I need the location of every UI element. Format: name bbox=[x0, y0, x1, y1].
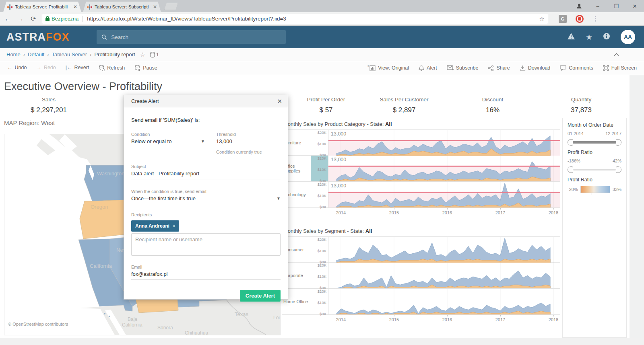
plot-area[interactable] bbox=[328, 263, 560, 288]
search-box[interactable] bbox=[97, 30, 286, 44]
chart-row-office-supplies[interactable]: Office Supplies$20K$10K$0K13,000 bbox=[282, 156, 560, 182]
y-axis[interactable]: $20K$10K$0K bbox=[311, 263, 328, 288]
new-tab-button[interactable] bbox=[164, 3, 178, 10]
view-original-button[interactable]: * View: Original bbox=[363, 65, 414, 71]
frequency-select[interactable]: Once—the first time it's true▼ bbox=[131, 194, 281, 204]
y-axis[interactable]: $20K$10K$0K bbox=[311, 130, 328, 155]
chart-row-furniture[interactable]: Furniture$20K$10K$0K13,000 bbox=[282, 129, 560, 156]
adblock-icon[interactable] bbox=[576, 15, 584, 23]
y-tick: $20K bbox=[318, 263, 326, 267]
info-icon[interactable] bbox=[603, 33, 610, 41]
browser-menu-icon[interactable]: ⋮ bbox=[592, 15, 599, 23]
profile-icon[interactable] bbox=[570, 0, 588, 12]
slider-handle-left[interactable] bbox=[568, 139, 573, 146]
date-range-slider[interactable] bbox=[568, 139, 621, 146]
chart-row-corporate[interactable]: Corporate$20K$10K$0K bbox=[282, 263, 560, 289]
extension-g-icon[interactable]: G bbox=[559, 15, 567, 23]
gradient-bar[interactable] bbox=[580, 186, 610, 193]
back-icon[interactable]: ← bbox=[2, 15, 13, 23]
condition-select[interactable]: Below or equal to▼ bbox=[131, 137, 205, 147]
url-text[interactable]: https://t.astrafox.pl/#/site/Webinar_ID/… bbox=[87, 16, 537, 22]
svg-text:*: * bbox=[367, 65, 369, 69]
favorite-star-icon[interactable]: ☆ bbox=[140, 51, 145, 58]
refresh-button[interactable]: Refresh bbox=[94, 65, 130, 71]
collapse-header-icon[interactable] bbox=[614, 51, 619, 58]
undo-button[interactable]: ←Undo bbox=[2, 65, 31, 70]
plot-area[interactable] bbox=[328, 289, 560, 314]
bottom-strip bbox=[0, 338, 644, 345]
reload-icon[interactable]: ⟳ bbox=[28, 15, 39, 23]
alert-button[interactable]: Alert bbox=[414, 65, 442, 71]
x-tick-label: 2015 bbox=[386, 317, 402, 322]
forward-icon[interactable]: → bbox=[15, 15, 26, 23]
datasource-icon bbox=[150, 52, 155, 58]
ratio-range-slider[interactable] bbox=[568, 166, 621, 173]
pause-button[interactable]: Pause bbox=[130, 65, 162, 71]
alerts-icon[interactable] bbox=[567, 33, 575, 41]
view-icon: * bbox=[367, 65, 376, 71]
subscribe-button[interactable]: Subscribe bbox=[442, 65, 483, 71]
ratio-color-legend[interactable]: -20% 33% bbox=[568, 186, 621, 193]
breadcrumb-home[interactable]: Home bbox=[6, 51, 21, 58]
lock-icon bbox=[45, 16, 50, 21]
browser-tab-2[interactable]: Tableau Server: Subscripti ✕ bbox=[83, 2, 161, 12]
recipient-input[interactable] bbox=[131, 233, 281, 256]
kpi-discount: Discount16% bbox=[448, 97, 537, 114]
bell-icon bbox=[419, 65, 424, 71]
slider-handle-left[interactable] bbox=[568, 166, 573, 173]
map-label-oregon: Oregon bbox=[91, 204, 108, 210]
breadcrumb-site[interactable]: Default bbox=[28, 51, 44, 58]
subject-label: Subject bbox=[131, 164, 281, 169]
chart-row-consumer[interactable]: Consumer$20K$10K$0K bbox=[282, 236, 560, 263]
chip-remove-icon[interactable]: × bbox=[173, 224, 175, 228]
close-button[interactable]: ✕ bbox=[625, 0, 644, 12]
plot-area[interactable]: 13,000 bbox=[328, 182, 560, 207]
astrafox-logo[interactable]: ASTRAFOX bbox=[6, 31, 70, 43]
revert-icon: |← bbox=[66, 65, 72, 70]
y-tick: $20K bbox=[318, 237, 326, 242]
slider-handle-right[interactable] bbox=[616, 139, 621, 146]
favorites-star-icon[interactable]: ★ bbox=[586, 33, 592, 42]
y-axis[interactable]: $20K$10K$0K bbox=[311, 237, 328, 262]
y-tick: $10K bbox=[318, 248, 326, 253]
url-field[interactable]: Bezpieczna https://t.astrafox.pl/#/site/… bbox=[42, 14, 548, 24]
subject-input[interactable]: Data alert - Profitability report bbox=[131, 169, 281, 179]
threshold-input[interactable]: 13,000 bbox=[216, 137, 281, 147]
fullscreen-button[interactable]: Full Screen bbox=[598, 65, 642, 71]
y-axis-highlighted[interactable]: $20K$10K$0K bbox=[311, 156, 328, 181]
x-tick-mark bbox=[341, 315, 341, 316]
download-button[interactable]: Download bbox=[515, 65, 555, 71]
tab-close-icon[interactable]: ✕ bbox=[152, 4, 158, 10]
recipient-chip[interactable]: Anna Andreani× bbox=[131, 220, 179, 232]
chart-row-home-office[interactable]: Home Office$20K$10K$0K bbox=[282, 289, 560, 315]
bookmark-star-icon[interactable]: ☆ bbox=[539, 15, 545, 23]
y-axis[interactable]: $20K$10K$0K bbox=[311, 182, 328, 207]
chart-title: Monthly Sales by Segment - State: All bbox=[282, 226, 560, 236]
tab-close-icon[interactable]: ✕ bbox=[72, 4, 78, 10]
chart-x-axis: 20142015201620172018 bbox=[328, 208, 560, 218]
minimize-button[interactable]: – bbox=[588, 0, 607, 12]
chart-row-technology[interactable]: Technology$20K$10K$0K13,000 bbox=[282, 182, 560, 208]
plot-area[interactable]: 13,000 bbox=[328, 130, 560, 155]
share-button[interactable]: Share bbox=[483, 65, 514, 71]
secure-badge[interactable]: Bezpieczna bbox=[45, 16, 78, 22]
dialog-close-icon[interactable]: ✕ bbox=[277, 98, 282, 105]
revert-button[interactable]: |←Revert bbox=[61, 65, 94, 70]
plot-area[interactable]: 13,000 bbox=[328, 156, 560, 181]
threshold-label: Threshold bbox=[216, 132, 281, 137]
search-input[interactable] bbox=[111, 34, 281, 40]
plot-area[interactable] bbox=[328, 237, 560, 262]
redo-button[interactable]: →Redo bbox=[31, 65, 60, 70]
browser-tab-1[interactable]: Tableau Server: Profitabili ✕ bbox=[3, 2, 81, 12]
breadcrumb-project[interactable]: Tableau Server bbox=[52, 51, 87, 58]
y-axis[interactable]: $20K$10K$0K bbox=[311, 289, 328, 314]
create-alert-button[interactable]: Create Alert bbox=[240, 290, 281, 302]
email-input[interactable] bbox=[131, 269, 281, 280]
map-attribution: © OpenStreetMap contributors bbox=[6, 321, 70, 327]
user-avatar[interactable]: AA bbox=[621, 30, 635, 44]
filter-ratio-max: 42% bbox=[613, 158, 621, 163]
slider-handle-right[interactable] bbox=[616, 166, 621, 173]
maximize-button[interactable]: ❐ bbox=[607, 0, 625, 12]
datasource-count[interactable]: 1 bbox=[150, 52, 159, 58]
comments-button[interactable]: Comments bbox=[555, 65, 598, 71]
